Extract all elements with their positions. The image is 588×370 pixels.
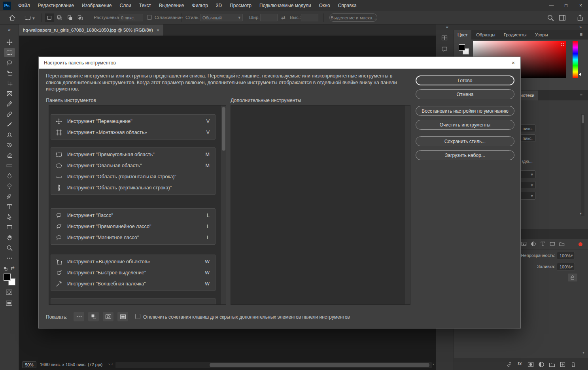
foreground-background-colors[interactable] <box>4 274 16 286</box>
subtract-selection-mode-button[interactable] <box>65 13 75 22</box>
tool-row[interactable]: Инструмент «Выделение объектов»W <box>51 256 215 267</box>
filter-pixel-layers-icon[interactable] <box>521 241 527 247</box>
foreground-color-swatch[interactable] <box>459 44 465 51</box>
new-group-icon[interactable] <box>549 361 555 368</box>
menu-filter[interactable]: Фильтр <box>188 0 212 11</box>
close-window-button[interactable]: × <box>573 0 588 11</box>
menu-3d[interactable]: 3D <box>212 0 226 11</box>
menu-view[interactable]: Просмотр <box>226 0 255 11</box>
scroll-left-icon[interactable]: ‹ <box>112 362 113 366</box>
minimize-button[interactable]: — <box>544 0 559 11</box>
opacity-field[interactable]: 100%▾ <box>557 252 575 259</box>
collapse-toolbar-icon[interactable]: » <box>0 25 19 35</box>
lock-all-button[interactable] <box>568 274 577 281</box>
tab-gradients[interactable]: Градиенты <box>500 30 530 40</box>
move-tool[interactable] <box>0 37 19 47</box>
extra-tools-scrollbar[interactable] <box>405 106 410 304</box>
tool-row[interactable]: Инструмент "Прямолинейное лассо"L <box>51 221 215 232</box>
intersect-selection-mode-button[interactable] <box>76 13 85 22</box>
layer-effects-icon[interactable]: fx <box>518 361 522 366</box>
menu-layers[interactable]: Слои <box>116 0 135 11</box>
tool-row[interactable]: Инструмент «Монтажная область»V <box>51 127 215 138</box>
filter-shape-layers-icon[interactable] <box>550 241 555 247</box>
history-brush-tool[interactable] <box>0 140 19 150</box>
crop-tool[interactable] <box>0 78 19 89</box>
tool-row[interactable]: Инструмент "Волшебная палочка"W <box>51 278 215 289</box>
clone-stamp-tool[interactable] <box>0 130 19 140</box>
share-icon[interactable] <box>577 14 584 21</box>
fill-field[interactable]: 100%▾ <box>557 263 575 270</box>
swap-colors-icon[interactable]: ⇄ <box>11 265 15 271</box>
panel-scrollbar[interactable] <box>581 114 584 216</box>
clear-tools-button[interactable]: Очистить инструменты <box>416 120 514 130</box>
default-colors-icon[interactable] <box>3 266 8 271</box>
link-layers-icon[interactable] <box>506 361 512 368</box>
adjustment-layer-icon[interactable] <box>538 361 545 368</box>
horizontal-scrollbar[interactable] <box>115 362 432 368</box>
menu-window[interactable]: Окно <box>315 0 334 11</box>
path-selection-tool[interactable] <box>0 212 19 222</box>
tab-patterns[interactable]: Узоры <box>531 30 552 40</box>
restore-defaults-button[interactable]: Восстановить настройки по умолчанию <box>416 106 514 116</box>
tools-list-scrollbar-thumb[interactable] <box>222 107 225 151</box>
lasso-tool[interactable] <box>0 58 19 68</box>
quick-mask-icon[interactable] <box>6 289 13 296</box>
comments-icon[interactable] <box>441 46 448 52</box>
rectangular-marquee-tool[interactable] <box>0 47 19 58</box>
swap-dimensions-icon[interactable]: ⇄ <box>281 15 285 21</box>
hue-slider[interactable] <box>573 41 578 78</box>
status-info-chevron-icon[interactable]: › <box>108 362 110 366</box>
scroll-right-icon[interactable]: › <box>433 362 434 366</box>
show-quick-mask-button[interactable] <box>103 312 113 321</box>
gradient-tool[interactable] <box>0 160 19 171</box>
dodge-tool[interactable] <box>0 181 19 191</box>
menu-file[interactable]: Файл <box>14 0 34 11</box>
done-button[interactable]: Готово <box>416 76 514 85</box>
new-layer-icon[interactable] <box>560 361 566 368</box>
cancel-button[interactable]: Отмена <box>416 89 514 99</box>
hand-tool[interactable] <box>0 232 19 243</box>
filter-smart-objects-icon[interactable] <box>559 241 565 247</box>
foreground-color-swatch[interactable] <box>4 274 11 281</box>
filter-adjustment-layers-icon[interactable] <box>531 241 536 247</box>
dialog-close-icon[interactable]: × <box>506 60 520 66</box>
scroll-down-icon[interactable]: ▾ <box>580 211 582 215</box>
menu-select[interactable]: Выделение <box>155 0 188 11</box>
close-document-icon[interactable]: × <box>157 27 160 33</box>
width-input[interactable] <box>260 14 278 21</box>
brush-tool[interactable] <box>0 119 19 130</box>
expand-panels-icon[interactable]: « <box>446 25 448 29</box>
zoom-tool[interactable] <box>0 243 19 253</box>
rectangle-tool[interactable] <box>0 222 19 232</box>
tab-swatches[interactable]: Образцы <box>473 30 499 40</box>
tool-row[interactable]: Инструмент "Лассо"L <box>51 210 215 221</box>
panel-grid-icon[interactable] <box>441 35 448 41</box>
menu-type[interactable]: Текст <box>135 0 155 11</box>
pen-tool[interactable] <box>0 191 19 202</box>
home-icon[interactable] <box>9 14 16 21</box>
screen-mode-icon[interactable] <box>6 300 13 307</box>
filter-type-layers-icon[interactable] <box>540 241 546 247</box>
menu-help[interactable]: Справка <box>334 0 361 11</box>
maximize-button[interactable]: □ <box>559 0 573 11</box>
eyedropper-tool[interactable] <box>0 99 19 109</box>
tool-row[interactable]: Инструмент "Овальная область"M <box>51 160 215 171</box>
menu-plugins[interactable]: Подключаемые модули <box>255 0 315 11</box>
tools-list-scrollbar[interactable] <box>221 106 226 305</box>
zoom-level-field[interactable]: 50% <box>22 361 36 368</box>
antialias-checkbox[interactable] <box>147 15 152 20</box>
collapse-panels-icon[interactable]: » <box>579 25 582 29</box>
eraser-tool[interactable] <box>0 150 19 160</box>
color-cursor[interactable] <box>561 43 564 46</box>
show-edit-toolbar-button[interactable] <box>74 312 84 321</box>
search-icon[interactable] <box>547 14 554 21</box>
show-screen-mode-button[interactable] <box>117 312 128 321</box>
new-selection-mode-button[interactable] <box>45 13 54 22</box>
tool-row[interactable]: Инструмент "Перемещение"V <box>51 116 215 127</box>
tool-row[interactable]: Инструмент "Прямоугольная область"M <box>51 149 215 160</box>
tool-row[interactable]: Инструмент "Область (вертикальная строка… <box>51 182 215 193</box>
scroll-down-icon[interactable]: ▾ <box>582 350 584 355</box>
style-dropdown[interactable]: Обычный▾ <box>200 14 243 21</box>
save-preset-button[interactable]: Сохранить стиль... <box>416 136 514 146</box>
type-tool[interactable] <box>0 202 19 212</box>
